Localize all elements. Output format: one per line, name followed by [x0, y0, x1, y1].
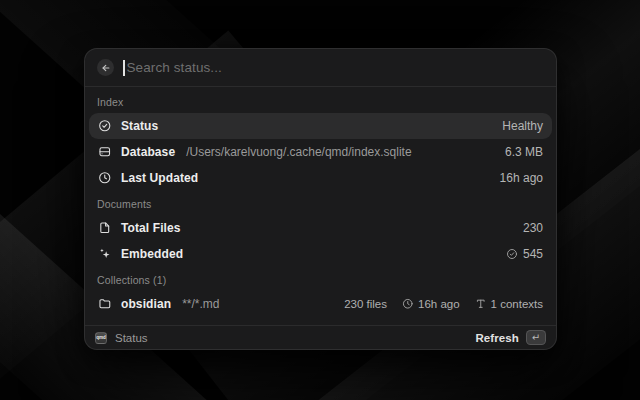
last-updated-value: 16h ago [500, 171, 543, 185]
results-list: Index Status Healthy Database /Users/kar… [85, 87, 556, 325]
footer-view-label: Status [115, 332, 148, 344]
folder-icon [98, 297, 112, 311]
clock-icon [98, 171, 112, 185]
section-label-documents: Documents [89, 191, 552, 215]
check-circle-icon [506, 248, 518, 260]
refresh-button[interactable]: Refresh ↵ [475, 330, 546, 345]
row-label: Embedded [121, 247, 183, 261]
row-collection-obsidian[interactable]: obsidian **/*.md 230 files 16h ago 1 con… [89, 291, 552, 317]
check-circle-icon [98, 119, 112, 133]
row-label: Database [121, 145, 175, 159]
search-input[interactable] [127, 60, 545, 75]
collection-contexts: 1 contexts [475, 298, 543, 310]
status-value: Healthy [502, 119, 543, 133]
database-size: 6.3 MB [505, 145, 543, 159]
search-field-wrap [123, 60, 544, 76]
database-path: /Users/karelvuong/.cache/qmd/index.sqlit… [186, 145, 411, 159]
row-last-updated[interactable]: Last Updated 16h ago [89, 165, 552, 191]
collection-updated: 16h ago [402, 298, 460, 310]
row-database[interactable]: Database /Users/karelvuong/.cache/qmd/in… [89, 139, 552, 165]
section-label-index: Index [89, 89, 552, 113]
file-icon [98, 221, 112, 235]
database-icon [98, 145, 112, 159]
row-label: Status [121, 119, 158, 133]
embedded-value: 545 [523, 247, 543, 261]
refresh-label: Refresh [475, 332, 519, 344]
footer-bar: qmd Status Refresh ↵ [85, 326, 556, 349]
sparkles-icon [98, 247, 112, 261]
updated-text: 16h ago [418, 298, 460, 310]
contexts-text: 1 contexts [491, 298, 543, 310]
enter-key-icon: ↵ [526, 330, 546, 345]
section-label-collections: Collections (1) [89, 267, 552, 291]
collection-meta: 230 files 16h ago 1 contexts [344, 298, 543, 310]
text-caret [123, 60, 125, 76]
back-button[interactable] [97, 59, 114, 76]
row-label: Last Updated [121, 171, 198, 185]
row-label: Total Files [121, 221, 181, 235]
type-icon [475, 298, 487, 310]
embedded-value-group: 545 [506, 247, 543, 261]
collection-pattern: **/*.md [182, 297, 219, 311]
row-embedded[interactable]: Embedded 545 [89, 241, 552, 267]
row-total-files[interactable]: Total Files 230 [89, 215, 552, 241]
collection-name: obsidian [121, 297, 171, 311]
arrow-left-icon [101, 63, 111, 73]
clock-icon [402, 298, 414, 310]
row-status[interactable]: Status Healthy [89, 113, 552, 139]
search-bar [85, 49, 556, 86]
total-files-value: 230 [523, 221, 543, 235]
files-count-text: 230 files [344, 298, 387, 310]
command-palette-window: Index Status Healthy Database /Users/kar… [84, 48, 557, 350]
collection-files-count: 230 files [344, 298, 387, 310]
qmd-app-badge: qmd [95, 332, 107, 344]
